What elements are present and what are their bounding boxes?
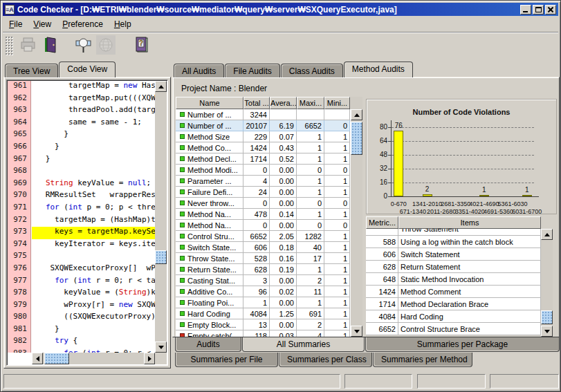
table-row[interactable]: Return State...6280.1911 xyxy=(176,264,351,275)
chart-bar-value-label: 2 xyxy=(419,185,436,193)
scroll-thumb[interactable] xyxy=(351,122,362,155)
table-row[interactable]: Number of ...201076.1966520 xyxy=(176,120,351,131)
items-scrollbar[interactable] xyxy=(541,229,553,337)
column-header-mini[interactable]: Mini... xyxy=(324,97,350,109)
column-header-maxi[interactable]: Maxi... xyxy=(297,97,324,109)
menu-preference[interactable]: Preference xyxy=(57,18,109,31)
tab-audits[interactable]: Audits xyxy=(175,337,241,352)
tab-file-audits[interactable]: File Audits xyxy=(225,64,279,77)
tab-code-view[interactable]: Code View xyxy=(59,62,116,77)
tab-summaries-per-file[interactable]: Summaries per File xyxy=(175,353,278,367)
scroll-up-button[interactable] xyxy=(155,81,167,92)
code-editor[interactable]: targetMap = new Has targetMap.put(((XQW … xyxy=(32,81,155,353)
code-horizontal-scrollbar[interactable] xyxy=(32,353,155,364)
table-row[interactable]: Casting Stat...30.0021 xyxy=(176,275,351,286)
print-button[interactable] xyxy=(19,35,38,55)
minimize-button[interactable] xyxy=(520,5,531,15)
table-row[interactable]: Switch State...6060.18401 xyxy=(176,242,351,253)
table-row[interactable]: Parameter ...40.0011 xyxy=(176,176,351,187)
metric-value-cell: 4084 xyxy=(243,308,270,319)
table-row[interactable]: Additive Co...960.02111 xyxy=(176,286,351,297)
maximize-button[interactable] xyxy=(533,5,544,15)
metrics-scrollbar[interactable] xyxy=(351,97,362,337)
table-row[interactable]: Failure Defi...240.0011 xyxy=(176,187,351,198)
column-header-avera[interactable]: Avera... xyxy=(270,97,297,109)
scroll-up-button[interactable] xyxy=(541,229,553,240)
help-book-icon: ? xyxy=(133,36,151,54)
scroll-down-button[interactable] xyxy=(155,342,167,353)
exit-button[interactable] xyxy=(41,35,60,55)
scroll-thumb[interactable] xyxy=(155,250,167,264)
scroll-up-button[interactable] xyxy=(351,109,362,120)
scroll-down-button[interactable] xyxy=(541,326,553,337)
line-number: 965 xyxy=(8,129,30,142)
table-row[interactable]: 628Return Statement xyxy=(366,261,541,273)
table-row[interactable]: 1424Method Comment xyxy=(366,286,541,298)
scroll-thumb[interactable] xyxy=(44,353,69,364)
table-row[interactable]: 6652Control Structure Brace xyxy=(366,323,541,335)
table-row[interactable]: Number of ...3244 xyxy=(176,109,351,120)
metric-value-cell: 1 xyxy=(324,242,350,253)
scroll-left-button[interactable] xyxy=(32,353,43,364)
tab-method-audits[interactable]: Method Audits xyxy=(344,62,413,77)
line-number: 973 xyxy=(8,227,30,239)
status-panel xyxy=(3,374,340,389)
table-row[interactable]: 1714Method Declaration Brace xyxy=(366,298,541,310)
tab-summaries-per-method[interactable]: Summaries per Method xyxy=(373,353,472,367)
close-button[interactable] xyxy=(545,5,556,15)
table-row[interactable]: 606Switch Statement xyxy=(366,248,541,261)
metric-value-cell: 0.43 xyxy=(270,142,297,153)
menu-file[interactable]: File xyxy=(3,18,28,31)
column-header-total[interactable]: Total ... xyxy=(243,97,270,109)
audit-content-pane: Project Name : Blender NameTotal ...Aver… xyxy=(172,77,560,337)
column-header-name[interactable]: Name xyxy=(176,97,243,109)
table-row[interactable]: 4084Hard Coding xyxy=(366,310,541,323)
line-number: 970 xyxy=(8,190,30,203)
scroll-down-button[interactable] xyxy=(351,326,362,337)
tab-tree-view[interactable]: Tree View xyxy=(5,64,58,77)
toolbar-grip[interactable] xyxy=(5,36,13,56)
metric-value-cell: 628 xyxy=(366,261,398,273)
tab-all-audits[interactable]: All Audits xyxy=(174,64,224,77)
tab-class-audits[interactable]: Class Audits xyxy=(281,64,343,77)
table-row[interactable]: Throw State...5280.16171 xyxy=(176,253,351,264)
table-row[interactable]: Hard Coding40841.256911 xyxy=(176,308,351,319)
search-button[interactable] xyxy=(74,35,93,55)
menu-view[interactable]: View xyxy=(28,18,57,31)
tab-summaries-per-package[interactable]: Summaries per Package xyxy=(365,337,560,352)
metrics-table: NameTotal ...Avera...Maxi...Mini...Numbe… xyxy=(176,97,351,337)
table-row[interactable]: 588Using a log within the catch block xyxy=(366,236,541,248)
title-bar[interactable]: ≡A Code Checker - [D:₩ETRI₩blender₩sourc… xyxy=(3,3,558,16)
table-row[interactable]: Empty Block...130.0021 xyxy=(176,319,351,330)
code-vertical-scrollbar[interactable] xyxy=(155,81,167,353)
scroll-thumb[interactable] xyxy=(541,310,553,324)
code-line xyxy=(32,251,155,263)
table-row[interactable]: Empty catch(1180.0341 xyxy=(176,330,351,337)
column-header-items[interactable]: Items xyxy=(398,216,541,229)
scroll-right-button[interactable] xyxy=(144,353,155,364)
table-row[interactable]: Floating Poi...10.0011 xyxy=(176,297,351,308)
green-square-icon xyxy=(180,178,185,183)
table-row[interactable]: Method Size2290.0711 xyxy=(176,131,351,142)
metric-value-cell: 1 xyxy=(297,142,324,153)
tab-all-summaries[interactable]: All Summaries xyxy=(242,337,365,352)
help-button[interactable]: ? xyxy=(132,35,151,55)
line-number: 981 xyxy=(8,324,30,337)
table-row[interactable]: Method Co...14240.4311 xyxy=(176,142,351,153)
metric-value-cell: 1 xyxy=(324,275,350,286)
column-header-metric[interactable]: Metric... xyxy=(366,216,398,229)
table-row[interactable]: 648Static Method Invocation xyxy=(366,273,541,286)
code-line: } xyxy=(32,142,155,154)
tab-summaries-per-class[interactable]: Summaries per Class xyxy=(279,353,372,367)
table-row-clipped[interactable]: Throw Statement xyxy=(366,229,541,236)
code-line: String keyValue = null; xyxy=(32,178,155,191)
globe-button[interactable] xyxy=(96,35,116,55)
table-row[interactable]: Method Decl...17140.5211 xyxy=(176,153,351,165)
table-row[interactable]: Method Modi...00.0000 xyxy=(176,165,351,176)
table-row[interactable]: Never throw...00.0000 xyxy=(176,198,351,209)
menu-help[interactable]: Help xyxy=(109,18,137,31)
table-row[interactable]: Method Na...4780.1411 xyxy=(176,209,351,220)
table-row[interactable]: Method Na...00.0000 xyxy=(176,220,351,231)
green-square-icon xyxy=(180,267,185,272)
table-row[interactable]: Control Stru...66522.0512821 xyxy=(176,231,351,242)
